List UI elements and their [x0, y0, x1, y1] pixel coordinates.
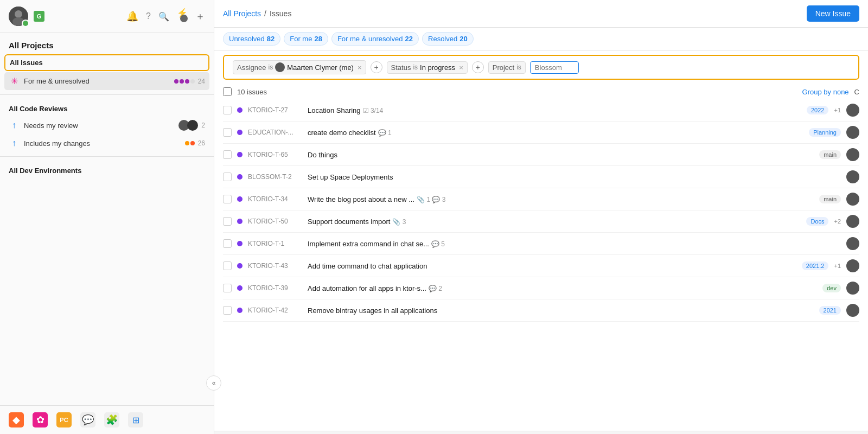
status-add-btn[interactable]: + [472, 61, 484, 73]
issue-checkbox[interactable] [223, 128, 232, 137]
issue-badge: Docs [806, 217, 828, 226]
orange-dot2 [190, 141, 195, 145]
issue-avatar [846, 104, 859, 117]
issue-avatar [846, 126, 859, 139]
issue-id: KTORIO-T-65 [248, 151, 302, 158]
issue-title[interactable]: Set up Space Deployments [308, 173, 841, 181]
sort-label: C [854, 88, 859, 96]
issue-checkbox[interactable] [223, 261, 232, 270]
sidebar-item-for-me-unresolved[interactable]: ✳ For me & unresolved 24 [4, 72, 209, 90]
select-all-checkbox[interactable] [223, 87, 232, 96]
issue-title[interactable]: Remove bintray usages in all application… [308, 307, 814, 315]
dot1 [174, 79, 178, 84]
svg-point-1 [15, 10, 22, 18]
lightning-icon[interactable]: ⚡8 [177, 8, 188, 25]
assignee-filter-chip[interactable]: Assignee is Maarten Clymer (me) × [233, 60, 366, 74]
issue-id: KTORIO-T-39 [248, 284, 302, 292]
progress-dots2 [185, 141, 195, 145]
issue-row[interactable]: KTORIO-T-34 Write the blog post about a … [223, 188, 859, 210]
issue-title[interactable]: Support documents import📎 3 [308, 218, 801, 226]
includes-changes-count: 26 [198, 139, 205, 147]
issue-avatar [846, 304, 859, 317]
group-by-btn[interactable]: Group by none [802, 88, 849, 96]
upload-icon: ↑ [9, 120, 20, 130]
issue-row[interactable]: BLOSSOM-T-2 Set up Space Deployments [223, 166, 859, 188]
user-avatar-container[interactable] [9, 7, 28, 26]
grid-icon-btn[interactable]: ⊞ [128, 412, 143, 427]
issue-title[interactable]: Add automation for all apps in ktor-s...… [308, 284, 817, 292]
project-filter-input[interactable] [530, 61, 579, 74]
code-review-items: ↑ Needs my review 2 ↑ Includes my change… [0, 116, 214, 152]
issue-id: KTORIO-T-43 [248, 262, 302, 270]
assignee-avatar [275, 62, 285, 72]
issue-row[interactable]: KTORIO-T-1 Implement extra command in ch… [223, 233, 859, 255]
issue-status-dot [237, 196, 242, 202]
issue-title[interactable]: Location Sharing☑ 3/14 [308, 106, 801, 114]
flower-icon-btn[interactable]: ✿ [33, 412, 48, 427]
status-filter-chip[interactable]: Status is In progress × [387, 61, 468, 74]
sidebar-header: G 🔔 ? 🔍 ⚡8 ＋ [0, 0, 214, 33]
issue-row[interactable]: KTORIO-T-65 Do things main [223, 144, 859, 166]
all-issues-group: All Issues ✳ For me & unresolved 24 [0, 54, 214, 90]
collapse-sidebar-button[interactable]: « [206, 375, 221, 391]
issue-row[interactable]: KTORIO-T-27 Location Sharing☑ 3/14 2022+… [223, 99, 859, 122]
assignee-remove[interactable]: × [358, 63, 362, 72]
tab-for-me[interactable]: For me 28 [284, 32, 328, 46]
issue-title[interactable]: Do things [308, 151, 814, 159]
puzzle-icon-btn[interactable]: 🧩 [104, 412, 119, 427]
issue-checkbox[interactable] [223, 306, 232, 315]
issue-title[interactable]: Add time command to chat application [308, 262, 796, 270]
project-filter-chip[interactable]: Project is [488, 61, 526, 74]
divider2 [0, 156, 214, 157]
issue-title[interactable]: Write the blog post about a new ...📎 1 💬… [308, 195, 814, 203]
tab-for-me-unresolved[interactable]: For me & unresolved 22 [331, 32, 419, 46]
issue-row[interactable]: KTORIO-T-43 Add time command to chat app… [223, 255, 859, 277]
issue-row[interactable]: KTORIO-T-39 Add automation for all apps … [223, 277, 859, 299]
issue-id: KTORIO-T-34 [248, 195, 302, 203]
issue-checkbox[interactable] [223, 284, 232, 292]
sidebar-item-needs-review[interactable]: ↑ Needs my review 2 [4, 116, 209, 135]
bell-icon[interactable]: 🔔 [126, 10, 138, 22]
help-icon[interactable]: ? [146, 11, 151, 21]
issue-row[interactable]: KTORIO-T-42 Remove bintray usages in all… [223, 299, 859, 322]
issue-checkbox[interactable] [223, 195, 232, 203]
issue-avatar [846, 170, 859, 183]
assignee-key: Assignee [237, 63, 266, 72]
progress-dots [174, 79, 195, 84]
assignee-add-btn[interactable]: + [371, 61, 382, 73]
pc-icon-btn[interactable]: PC [56, 412, 72, 427]
filter-tabs-bar: Unresolved 82 For me 28 For me & unresol… [214, 28, 868, 50]
issue-status-dot [237, 285, 242, 291]
issue-checkbox[interactable] [223, 217, 232, 226]
breadcrumb-project-link[interactable]: All Projects [223, 9, 261, 18]
sidebar-project-title: All Projects [0, 33, 214, 54]
issue-title[interactable]: Implement extra command in chat se...💬 5 [308, 240, 841, 248]
issue-row[interactable]: EDUCATION-... create demo checklist💬 1 P… [223, 122, 859, 144]
divider1 [0, 94, 214, 95]
issue-badge: 2021.2 [802, 261, 829, 270]
sidebar-bottom-bar: ◆ ✿ PC 💬 🧩 ⊞ [0, 405, 214, 434]
sidebar-item-label: For me & unresolved [24, 77, 170, 85]
search-icon[interactable]: 🔍 [158, 11, 169, 22]
sidebar-item-includes-changes[interactable]: ↑ Includes my changes 26 [4, 135, 209, 152]
issue-id: KTORIO-T-1 [248, 240, 302, 247]
diamond-icon-btn[interactable]: ◆ [9, 412, 24, 427]
issue-row[interactable]: KTORIO-T-50 Support documents import📎 3 … [223, 210, 859, 233]
needs-review-meta: 2 [178, 120, 205, 131]
main-footer [214, 431, 868, 434]
issue-badge: 2022 [807, 106, 828, 114]
new-issue-button[interactable]: New Issue [807, 5, 859, 22]
project-op: is [516, 63, 521, 71]
issue-checkbox[interactable] [223, 173, 232, 181]
issue-checkbox[interactable] [223, 150, 232, 159]
issue-title[interactable]: create demo checklist💬 1 [308, 129, 803, 137]
status-remove[interactable]: × [459, 63, 463, 72]
issue-checkbox[interactable] [223, 239, 232, 248]
tab-resolved[interactable]: Resolved 20 [422, 32, 474, 46]
chat-icon-btn[interactable]: 💬 [80, 412, 95, 427]
issue-avatar [846, 282, 859, 295]
add-icon[interactable]: ＋ [195, 10, 205, 23]
issue-checkbox[interactable] [223, 106, 232, 114]
tab-unresolved[interactable]: Unresolved 82 [223, 32, 280, 46]
tab-for-me-label: For me [290, 35, 312, 43]
